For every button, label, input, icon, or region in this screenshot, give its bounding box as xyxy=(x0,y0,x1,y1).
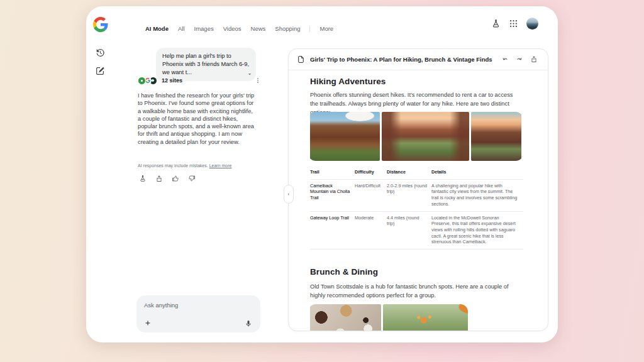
google-g-icon xyxy=(93,17,108,32)
nav-divider xyxy=(309,26,310,32)
table-row: Gateway Loop Trail Moderate 4.4 miles (r… xyxy=(310,212,523,250)
col-header-trail: Trail xyxy=(310,166,355,179)
col-header-distance: Distance xyxy=(387,166,431,179)
export-icon[interactable] xyxy=(530,55,538,63)
sites-count-label: 12 sites xyxy=(162,77,182,84)
hiking-image-carousel[interactable] xyxy=(310,112,523,161)
hiking-photo-camelback[interactable] xyxy=(310,112,380,161)
response-actions xyxy=(139,175,196,182)
top-right-actions xyxy=(491,18,538,30)
ask-input[interactable]: Ask anything xyxy=(136,295,260,332)
hiking-heading: Hiking Adventures xyxy=(310,77,386,86)
more-options-icon[interactable] xyxy=(255,77,261,84)
tab-more[interactable]: More xyxy=(319,25,333,32)
google-logo[interactable] xyxy=(93,17,108,32)
tab-shopping[interactable]: Shopping xyxy=(275,25,300,32)
cell-details: Located in the McDowell Sonoran Preserve… xyxy=(431,212,523,250)
ai-response-text: I have finished the research for your gi… xyxy=(138,92,257,146)
mic-icon[interactable] xyxy=(245,320,252,327)
thumbs-down-icon[interactable] xyxy=(188,175,196,182)
thumbs-up-icon[interactable] xyxy=(172,175,179,182)
table-row: Camelback Mountain via Cholla Trail Hard… xyxy=(310,180,523,212)
tab-videos[interactable]: Videos xyxy=(223,25,242,32)
brunch-paragraph: Old Town Scottsdale is a hub for fantast… xyxy=(310,282,518,300)
ask-placeholder: Ask anything xyxy=(144,302,253,309)
apps-grid-icon[interactable] xyxy=(509,19,518,28)
new-chat-icon[interactable] xyxy=(95,66,105,76)
plan-content: Hiking Adventures Phoenix offers stunnin… xyxy=(310,70,523,331)
plus-icon[interactable] xyxy=(144,319,152,327)
brunch-image-carousel[interactable] xyxy=(310,304,468,331)
chevron-right-icon xyxy=(286,192,291,197)
cell-distance: 4.4 miles (round trip) xyxy=(387,212,431,250)
hiking-photo-sunset[interactable] xyxy=(471,112,521,161)
ai-disclaimer: AI responses may include mistakes. Learn… xyxy=(138,163,231,168)
share-export-icon[interactable] xyxy=(155,175,163,182)
undo-icon[interactable] xyxy=(501,55,509,63)
cell-trail: Camelback Mountain via Cholla Trail xyxy=(310,180,355,211)
plan-panel-header: Girls' Trip to Phoenix: A Plan for Hikin… xyxy=(289,49,548,70)
brunch-heading: Brunch & Dining xyxy=(310,267,378,277)
flask-icon[interactable] xyxy=(139,175,147,182)
learn-more-link[interactable]: Learn more xyxy=(209,163,232,168)
hiking-table: Trail Difficulty Distance Details Camelb… xyxy=(310,166,523,250)
tab-all[interactable]: All xyxy=(178,25,185,32)
table-header-row: Trail Difficulty Distance Details xyxy=(310,166,523,180)
source-favicon xyxy=(138,77,146,85)
tab-ai-mode[interactable]: AI Mode xyxy=(145,25,169,32)
cell-trail: Gateway Loop Trail xyxy=(310,212,355,250)
disclaimer-text: AI responses may include mistakes. xyxy=(138,163,208,168)
search-tabs: AI Mode All Images Videos News Shopping … xyxy=(145,25,333,32)
plan-panel: Girls' Trip to Phoenix: A Plan for Hikin… xyxy=(288,48,548,331)
tab-images[interactable]: Images xyxy=(194,25,214,32)
redo-icon[interactable] xyxy=(516,55,523,63)
cell-details: A challenging and popular hike with fant… xyxy=(431,180,523,211)
cell-difficulty: Hard/Difficult xyxy=(355,180,387,211)
account-avatar[interactable] xyxy=(526,18,538,30)
cell-difficulty: Moderate xyxy=(355,212,387,250)
document-icon xyxy=(297,55,305,63)
app-window: AI Mode All Images Videos News Shopping … xyxy=(86,6,558,343)
col-header-details: Details xyxy=(431,166,523,179)
brunch-photo-food-spread[interactable] xyxy=(310,304,381,331)
user-query-text: Help me plan a girl's trip to Phoenix wi… xyxy=(162,53,249,75)
labs-flask-icon[interactable] xyxy=(491,19,501,28)
sources-row[interactable]: 12 sites xyxy=(138,76,257,85)
panel-collapse-handle[interactable] xyxy=(284,185,294,204)
cell-distance: 2.0-2.9 miles (round trip) xyxy=(387,180,431,211)
history-icon[interactable] xyxy=(95,48,105,58)
plan-title: Girls' Trip to Phoenix: A Plan for Hikin… xyxy=(310,56,492,63)
tab-news[interactable]: News xyxy=(251,25,266,32)
hiking-photo-summit-view[interactable] xyxy=(382,112,469,161)
col-header-difficulty: Difficulty xyxy=(355,166,387,179)
left-rail xyxy=(95,48,105,76)
brunch-photo-patio-table[interactable] xyxy=(383,304,468,331)
